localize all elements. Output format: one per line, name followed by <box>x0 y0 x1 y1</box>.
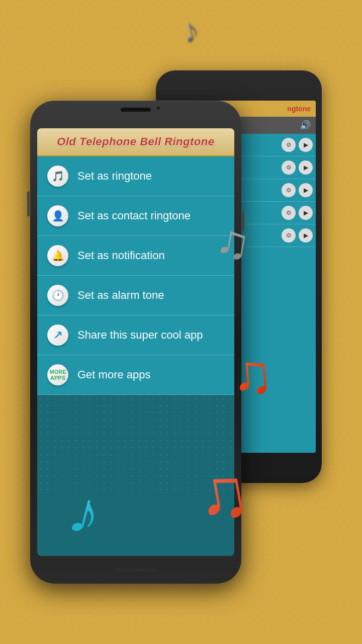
contact-ringtone-icon: 👤 <box>47 205 68 226</box>
volume-button[interactable] <box>27 191 30 216</box>
back-gear-icon-2: ⚙ <box>282 160 296 175</box>
share-label: Share this super cool app <box>77 329 203 342</box>
alarm-icon: 🕐 <box>47 285 68 306</box>
menu-item-ringtone[interactable]: 🎵 Set as ringtone <box>37 156 234 196</box>
speaker-grill <box>116 569 156 572</box>
back-gear-icon-3: ⚙ <box>282 183 296 197</box>
sound-icon: 🔊 <box>300 120 311 131</box>
back-gear-icon-4: ⚙ <box>282 206 296 220</box>
contact-ringtone-label: Set as contact ringtone <box>77 209 191 222</box>
back-header-text: ngtone <box>287 105 311 113</box>
back-gear-icon-5: ⚙ <box>282 228 296 243</box>
menu-item-contact-ringtone[interactable]: 👤 Set as contact ringtone <box>37 196 234 236</box>
back-gear-icon-1: ⚙ <box>282 138 296 152</box>
back-play-icon-4: ▶ <box>299 206 313 220</box>
menu-list: 🎵 Set as ringtone 👤 Set as contact ringt… <box>37 156 234 395</box>
app-title-bar: Old Telephone Bell Ringtone <box>37 128 234 156</box>
more-apps-icon: MOREAPPS <box>47 364 68 385</box>
app-title: Old Telephone Bell Ringtone <box>57 135 214 148</box>
more-apps-label: Get more apps <box>77 368 151 381</box>
menu-item-alarm[interactable]: 🕐 Set as alarm tone <box>37 276 234 315</box>
menu-item-notification[interactable]: 🔔 Set as notification <box>37 236 234 276</box>
share-icon: ↗ <box>47 325 68 346</box>
back-play-icon-1: ▶ <box>299 138 313 152</box>
note-red: ♫ <box>229 341 276 408</box>
back-play-icon-2: ▶ <box>299 160 313 175</box>
scene: ngtone 🔊 ⚙ ▶ ⚙ ▶ ⚙ ▶ ⚙ ▶ ⚙ <box>0 0 362 644</box>
note-silver-top: ♪ <box>176 9 203 51</box>
notification-label: Set as notification <box>77 249 165 262</box>
phone-camera <box>156 106 161 111</box>
menu-item-more-apps[interactable]: MOREAPPS Get more apps <box>37 355 234 395</box>
phone-notch <box>121 108 151 112</box>
ringtone-icon: 🎵 <box>47 166 68 187</box>
back-play-icon-3: ▶ <box>299 183 313 197</box>
alarm-label: Set as alarm tone <box>77 289 164 302</box>
menu-item-share[interactable]: ↗ Share this super cool app <box>37 315 234 355</box>
back-play-icon-5: ▶ <box>299 228 313 243</box>
ringtone-label: Set as ringtone <box>77 170 152 183</box>
notification-icon: 🔔 <box>47 245 68 266</box>
